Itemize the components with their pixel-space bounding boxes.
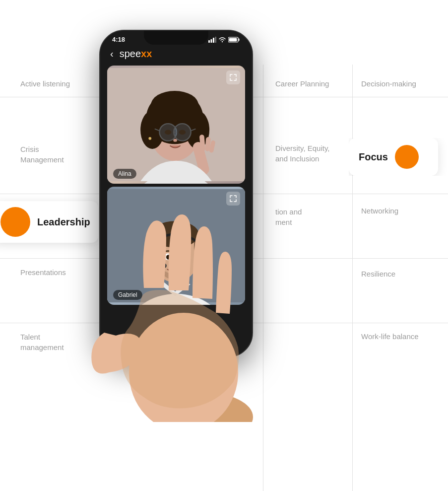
svg-point-28 [148, 137, 151, 140]
phone-screen: 4:18 [100, 31, 252, 356]
svg-point-22 [179, 130, 186, 135]
app-title-accent: xx [141, 48, 152, 59]
svg-rect-7 [229, 38, 237, 41]
time-display: 4:18 [112, 36, 125, 43]
svg-point-4 [222, 41, 223, 42]
svg-point-23 [173, 139, 177, 142]
focus-card: Focus [349, 138, 438, 176]
skill-networking: Networking [361, 207, 398, 215]
name-tag-gabriel: Gabriel [113, 290, 142, 300]
male-person-illustration [107, 187, 245, 305]
video-container: Alina [100, 66, 252, 305]
signal-icon [208, 37, 216, 43]
svg-point-21 [165, 130, 171, 135]
skill-talent-management: Talentmanagement [20, 332, 64, 352]
svg-point-45 [181, 255, 186, 260]
video-panel-alina: Alina [107, 66, 245, 184]
svg-point-41 [162, 263, 167, 268]
video-panel-gabriel: Gabriel [107, 187, 245, 305]
skill-innovation: tion andment [275, 207, 302, 227]
expand-arrows [230, 74, 237, 81]
name-tag-alina: Alina [113, 169, 136, 179]
skill-presentations: Presentations [20, 268, 66, 277]
skill-diversity: Diversity, Equity,and Inclusion [275, 143, 329, 164]
separator-col1 [263, 65, 263, 491]
skill-work-life-balance: Work-life balance [361, 332, 419, 341]
separator-col2 [352, 65, 353, 491]
female-person-illustration [107, 66, 245, 184]
focus-icon [395, 145, 419, 169]
battery-icon [228, 37, 240, 43]
svg-rect-2 [213, 38, 214, 43]
app-header: ‹ speexx [100, 45, 252, 66]
skill-decision-making: Decision-making [361, 79, 416, 88]
skill-crisis-management: CrisisManagement [20, 144, 64, 165]
expand-arrows-2 [230, 195, 237, 202]
back-button[interactable]: ‹ [110, 48, 114, 60]
app-title: speexx [120, 48, 152, 60]
svg-rect-0 [208, 40, 210, 43]
expand-icon-gabriel[interactable] [226, 192, 240, 206]
wifi-icon [218, 37, 226, 43]
leadership-icon [0, 207, 30, 237]
phone-mockup: 4:18 [74, 30, 253, 407]
skill-career-planning: Career Planning [275, 79, 329, 88]
svg-point-47 [154, 392, 253, 422]
phone-outer: 4:18 [99, 30, 253, 357]
person-male-bg [107, 187, 245, 305]
svg-rect-40 [198, 250, 207, 264]
status-icons [208, 37, 240, 43]
focus-label: Focus [359, 151, 388, 163]
svg-rect-1 [211, 39, 212, 43]
skill-resilience: Resilience [361, 270, 395, 278]
svg-point-15 [151, 91, 198, 120]
expand-icon-alina[interactable] [226, 70, 240, 84]
svg-rect-6 [239, 38, 240, 41]
skill-active-listening: Active listening [20, 79, 70, 88]
phone-notch [144, 31, 208, 45]
svg-point-44 [166, 255, 171, 260]
person-female-bg [107, 66, 245, 184]
svg-point-46 [173, 263, 178, 267]
svg-rect-3 [215, 37, 217, 43]
